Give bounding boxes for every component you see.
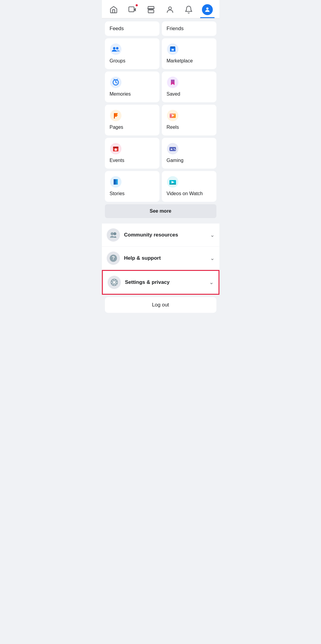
groups-label: Groups [110, 58, 155, 64]
nav-menu[interactable] [200, 3, 215, 16]
svg-rect-10 [172, 49, 174, 51]
grid-section: Groups Marketplace [102, 36, 219, 204]
nav-home[interactable] [106, 3, 121, 16]
list-item-help-support[interactable]: ? Help & support ⌄ [102, 247, 219, 270]
grid-item-stories[interactable]: Stories [105, 171, 159, 202]
videos-on-watch-label: Videos on Watch [167, 191, 212, 196]
help-support-icon: ? [109, 254, 117, 262]
community-resources-chevron: ⌄ [210, 232, 215, 238]
community-resources-label: Community resources [124, 232, 210, 238]
video-nav-icon [128, 5, 137, 14]
help-support-icon-wrap: ? [107, 252, 120, 265]
feeds-label: Feeds [110, 26, 124, 31]
video-badge [135, 4, 138, 7]
nav-profile[interactable] [163, 3, 177, 16]
pages-icon [110, 109, 122, 122]
reels-icon [167, 109, 179, 122]
main-content: Feeds Friends Groups [102, 18, 219, 315]
nav-video[interactable] [125, 3, 140, 16]
grid-item-groups[interactable]: Groups [105, 38, 159, 69]
svg-point-3 [168, 7, 171, 10]
quick-links-section: Feeds Friends [102, 18, 219, 36]
nav-notifications[interactable] [181, 3, 196, 16]
stories-label: Stories [110, 191, 155, 196]
svg-rect-22 [113, 147, 118, 148]
settings-privacy-icon [110, 278, 118, 286]
svg-point-7 [116, 47, 118, 49]
saved-icon [167, 76, 179, 88]
nav-marketplace[interactable] [144, 3, 158, 16]
list-item-settings-privacy[interactable]: Settings & privacy ⌄ [102, 270, 219, 295]
quick-link-friends[interactable]: Friends [162, 21, 216, 36]
grid-item-memories[interactable]: Memories [105, 71, 159, 102]
svg-rect-28 [171, 149, 172, 150]
grid-item-gaming[interactable]: Gaming [162, 138, 216, 169]
svg-rect-15 [114, 113, 115, 119]
events-icon [110, 143, 122, 155]
grid-item-reels[interactable]: Reels [162, 105, 216, 135]
pages-label: Pages [110, 125, 155, 130]
svg-rect-31 [169, 147, 176, 148]
friends-label: Friends [167, 26, 184, 31]
settings-privacy-label: Settings & privacy [125, 279, 209, 285]
svg-rect-37 [169, 184, 176, 185]
svg-point-4 [206, 8, 209, 10]
svg-point-43 [113, 281, 115, 284]
reels-label: Reels [167, 125, 212, 130]
marketplace-icon [167, 43, 179, 55]
active-indicator [200, 17, 215, 18]
events-label: Events [110, 158, 155, 163]
svg-point-5 [110, 43, 121, 55]
svg-rect-2 [148, 10, 154, 13]
see-more-button[interactable]: See more [105, 204, 216, 218]
svg-rect-33 [114, 179, 116, 185]
memories-icon [110, 76, 122, 88]
svg-point-39 [113, 232, 116, 235]
svg-text:?: ? [112, 255, 115, 261]
svg-point-6 [113, 47, 115, 49]
list-section: Community resources ⌄ ? Help & support ⌄ [102, 224, 219, 295]
saved-label: Saved [167, 91, 212, 97]
memories-label: Memories [110, 91, 155, 97]
svg-point-30 [175, 149, 175, 150]
avatar [202, 4, 213, 15]
svg-point-38 [111, 232, 114, 235]
logout-button[interactable]: Log out [105, 297, 216, 313]
groups-icon [110, 43, 122, 55]
marketplace-nav-icon [147, 5, 155, 14]
quick-link-feeds[interactable]: Feeds [105, 21, 159, 36]
svg-rect-19 [170, 113, 176, 115]
list-item-community-resources[interactable]: Community resources ⌄ [102, 224, 219, 247]
grid-item-videos-on-watch[interactable]: Videos on Watch [162, 171, 216, 202]
gaming-label: Gaming [167, 158, 212, 163]
notifications-nav-icon [184, 5, 193, 14]
avatar-icon [204, 6, 211, 13]
videos-on-watch-icon [167, 176, 179, 188]
community-resources-icon-wrap [107, 228, 120, 242]
help-support-chevron: ⌄ [210, 255, 215, 262]
community-resources-icon [109, 231, 117, 239]
settings-privacy-chevron: ⌄ [209, 279, 214, 286]
home-icon [109, 5, 118, 14]
profile-nav-icon [166, 5, 174, 14]
stories-icon [110, 176, 122, 188]
gaming-icon [167, 143, 179, 155]
grid-item-pages[interactable]: Pages [105, 105, 159, 135]
grid-item-marketplace[interactable]: Marketplace [162, 38, 216, 69]
marketplace-label: Marketplace [167, 58, 212, 64]
settings-privacy-icon-wrap [108, 276, 121, 289]
top-nav-bar [102, 0, 219, 18]
svg-point-29 [174, 148, 175, 149]
help-support-label: Help & support [124, 255, 210, 261]
grid-item-saved[interactable]: Saved [162, 71, 216, 102]
grid-item-events[interactable]: Events [105, 138, 159, 169]
svg-rect-0 [129, 7, 134, 12]
